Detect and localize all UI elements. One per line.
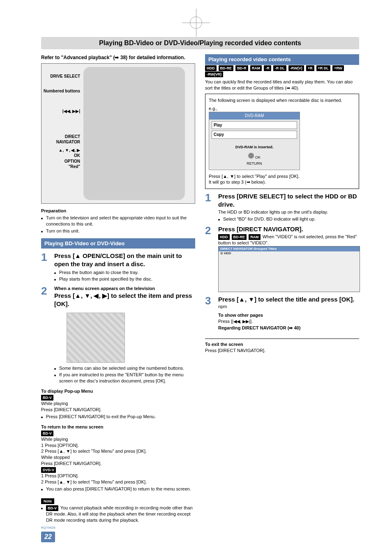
dvdram-title: DVD-RAM (209, 112, 300, 120)
left-step1-b2: Play starts from the point specified by … (59, 276, 152, 282)
label-numbered-buttons: Numbered buttons (43, 88, 80, 94)
disc-tag-strip: HDD BD-RE BD-R RAM -R -R DL -RW(V) +R +R… (205, 65, 359, 77)
show-other-pages: To show other pages (218, 312, 359, 318)
ok-icon (248, 153, 254, 159)
return-l7: 2 Press [▲, ▼] to select "Top Menu" and … (41, 479, 195, 485)
label-direct-navigator: DIRECT NAVIGATOR (43, 134, 80, 145)
left-step1-b1: Press the button again to close the tray… (59, 269, 138, 276)
box-goto: It will go to step 3 (➡ below). (209, 179, 355, 185)
page-number: 22 (41, 532, 55, 542)
disc-tag: +R DL (316, 65, 330, 71)
dvdram-msg: DVD-RAM is inserted. (209, 140, 300, 151)
right-step3-head: Press [▲, ▼] to select the title and pre… (218, 295, 359, 304)
page-title: Playing BD-Video or DVD-Video/Playing re… (41, 37, 359, 49)
disc-tag: HDD (205, 65, 217, 71)
return-l4: While stopped (41, 454, 195, 461)
left-step1-head: Press [▲ OPEN/CLOSE] on the main unit to… (54, 252, 195, 269)
disc-tag: BD-RE (219, 65, 234, 71)
menu-screen-placeholder (67, 313, 125, 363)
bullet-icon (41, 215, 44, 227)
popup-l1: While playing (41, 401, 195, 407)
dvdram-screenshot: DVD-RAM Play Copy DVD-RAM is inserted. O… (209, 112, 300, 170)
bullet-icon (41, 486, 44, 492)
disc-tag: +RW (332, 65, 344, 71)
prep-bullet-1: Turn on the television and select the ap… (46, 215, 195, 227)
disc-tag: RAM (250, 65, 262, 71)
step-number-1: 1 (41, 252, 50, 282)
right-step1-head: Press [DRIVE SELECT] to select the HDD o… (218, 192, 359, 209)
return-menu-heading: To return to the menu screen (41, 424, 195, 430)
left-column: Refer to "Advanced playback" (➡ 38) for … (41, 54, 195, 542)
regarding-navigator: Regarding DIRECT NAVIGATOR (➡ 40) (218, 325, 359, 331)
return-l5: Press [DIRECT NAVIGATOR]. (41, 461, 195, 467)
step-number-1: 1 (205, 192, 214, 222)
remote-silhouette (83, 67, 185, 200)
right-step2-head: Press [DIRECT NAVIGATOR]. (218, 225, 359, 233)
popup-l2: Press [DIRECT NAVIGATOR]. (41, 407, 195, 413)
bd-v-tag-3: BD-V (46, 505, 58, 511)
bullet-icon (41, 505, 44, 523)
step-number-2: 2 (205, 225, 214, 292)
return-l1: While playing (41, 436, 195, 442)
exit-line: Press [DIRECT NAVIGATOR]. (205, 348, 359, 354)
right-intro: You can quickly find the recorded titles… (205, 79, 359, 91)
step-number-2: 2 (41, 286, 50, 384)
step-number-3: 3 (205, 295, 214, 332)
recordable-disc-box: The following screen is displayed when r… (205, 94, 359, 189)
box-press: Press [▲, ▼] to select "Play" and press … (209, 173, 355, 180)
box-line: The following screen is displayed when r… (209, 97, 355, 104)
bullet-icon (54, 372, 58, 384)
left-step2-head: Press [▲, ▼, ◀, ▶] to select the item an… (54, 292, 195, 309)
dvd-v-tag: DVD-V (41, 467, 56, 473)
bullet-icon (54, 276, 58, 282)
return-l2: 1 Press [OPTION]. (41, 442, 195, 449)
rqt-code: RQT9428 (41, 526, 195, 530)
return-l6: 1 Press [OPTION]. (41, 473, 195, 479)
disc-tag: -R DL (273, 65, 286, 71)
disc-tag: BD-R (235, 65, 248, 71)
section-bd-dvd-video: Playing BD-Video or DVD-Video (41, 238, 195, 249)
dvdram-copy-row: Copy (212, 131, 297, 139)
bullet-icon (41, 228, 44, 234)
nav-hdd: HDD (224, 251, 231, 255)
label-prev-next: |◀◀, ▶▶| (43, 108, 80, 114)
left-step2-pre: When a menu screen appears on the televi… (54, 286, 195, 292)
bullet-icon (41, 414, 44, 420)
disc-tag: +R (306, 65, 314, 71)
label-drive-select: DRIVE SELECT (43, 74, 80, 79)
return-b1: You can also press [DIRECT NAVIGATOR] to… (46, 486, 191, 492)
note-text: BD-V You cannot playback while recording… (46, 505, 195, 523)
eg-label: e.g., (209, 106, 355, 112)
right-column: Playing recorded video contents HDD BD-R… (205, 54, 359, 542)
note-tag: Note (41, 498, 54, 504)
note-body: You cannot playback while recording in r… (46, 505, 193, 523)
prep-bullet-2: Turn on this unit. (46, 228, 80, 234)
bullet-icon (54, 269, 58, 276)
label-ok: OK (43, 153, 80, 159)
exit-title: To exit the screen (205, 341, 359, 348)
dvdram-play-row: Play (212, 121, 297, 129)
right-step1-sub: The HDD or BD indicator lights up on the… (218, 209, 359, 215)
bullet-icon (54, 365, 58, 371)
nav-header: DIRECT NAVIGATOR Grouped Titles (220, 247, 277, 251)
left-step2-b2: If you are instructed to press the "ENTE… (59, 372, 195, 384)
remote-illustration: DRIVE SELECT Numbered buttons |◀◀, ▶▶| D… (41, 63, 195, 204)
popup-menu-heading: To display Pop-up Menu (41, 388, 195, 394)
bd-v-tag: BD-V (41, 395, 53, 401)
disc-tag: -RW(V) (288, 65, 304, 71)
section-recorded-contents: Playing recorded video contents (205, 54, 359, 65)
direct-navigator-screenshot: DIRECT NAVIGATOR Grouped Titles ⊙ HDD (218, 246, 360, 292)
disc-tag: -RW(VR) (205, 71, 223, 77)
left-step2-b1: Some items can also be selected using th… (59, 365, 184, 371)
disc-tag: -R (264, 65, 271, 71)
return-l3: 2 Press [▲, ▼] to select "Top Menu" and … (41, 448, 195, 454)
right-step1-b1: Select "BD" for DVD. BD indicator will l… (223, 216, 316, 222)
disc-tag: BD-RE (232, 234, 247, 240)
crop-mark-top (190, 16, 202, 29)
bullet-icon (218, 216, 221, 222)
popup-b1: Press [DIRECT NAVIGATOR] to exit the Pop… (46, 414, 156, 420)
refer-text: Refer to "Advanced playback" (➡ 38) for … (41, 54, 195, 61)
label-red: "Red" (43, 164, 80, 170)
page-body: Playing BD-Video or DVD-Video/Playing re… (0, 0, 392, 555)
label-option: OPTION (43, 159, 80, 164)
